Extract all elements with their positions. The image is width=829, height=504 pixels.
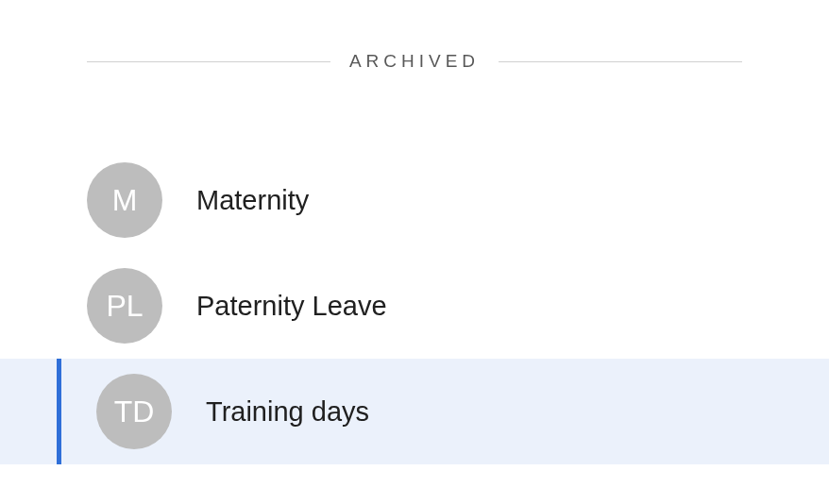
divider-left — [87, 61, 330, 62]
list-item-label: Training days — [206, 396, 369, 428]
list-item-paternity-leave[interactable]: PL Paternity Leave — [0, 253, 829, 359]
archived-list: M Maternity PL Paternity Leave TD Traini… — [0, 147, 829, 464]
avatar: TD — [96, 374, 172, 449]
list-item-label: Maternity — [196, 185, 309, 216]
archived-section: ARCHIVED M Maternity PL Paternity Leave … — [0, 0, 829, 464]
list-item-label: Paternity Leave — [196, 291, 387, 322]
list-item-training-days[interactable]: TD Training days — [0, 359, 829, 464]
divider-right — [499, 61, 742, 62]
list-item-maternity[interactable]: M Maternity — [0, 147, 829, 253]
avatar: M — [87, 162, 162, 238]
section-title: ARCHIVED — [330, 51, 499, 72]
avatar: PL — [87, 268, 162, 344]
section-header: ARCHIVED — [87, 51, 742, 72]
